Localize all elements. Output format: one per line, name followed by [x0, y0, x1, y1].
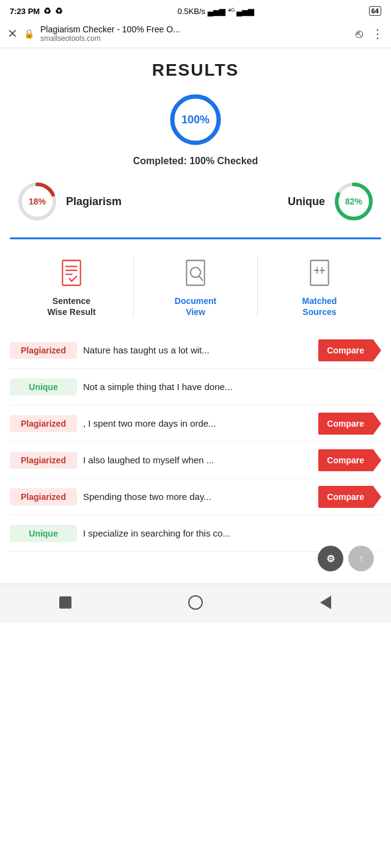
table-row: Plagiarized Spending those two more day.… — [10, 479, 381, 515]
unique-circle: 82% — [332, 180, 375, 223]
results-table: Plagiarized Nature has taught us a lot w… — [10, 332, 381, 552]
plagiarized-badge: Plagiarized — [10, 415, 77, 432]
result-text: Not a simple thing that I have done... — [83, 382, 381, 392]
table-row: Unique Not a simple thing that I have do… — [10, 369, 381, 405]
sentence-icon — [55, 256, 88, 289]
status-right: 64 — [369, 6, 381, 16]
main-content: RESULTS 100% Completed: 100% Checked 18%… — [0, 48, 391, 571]
nav-back-button[interactable] — [315, 591, 337, 613]
main-progress-container: 100% — [10, 92, 381, 147]
result-text: I specialize in searching for this co... — [83, 528, 381, 538]
document-icon — [179, 256, 212, 289]
circle-icon — [188, 595, 203, 610]
recycle-icon-1: ♻ — [43, 6, 51, 16]
compare-arrow — [373, 339, 381, 362]
url-area: Plagiarism Checker - 100% Free O... smal… — [40, 24, 349, 43]
lock-icon: 🔒 — [24, 29, 34, 38]
svg-line-12 — [199, 276, 203, 280]
view-options: SentenceWise Result DocumentView — [10, 256, 381, 317]
plagiarized-badge: Plagiarized — [10, 342, 77, 359]
compare-button-wrap[interactable]: Compare — [318, 485, 381, 508]
main-progress-value: 100% — [181, 114, 210, 126]
floating-buttons: ⚙ ↑ — [10, 546, 381, 571]
recycle-icon-2: ♻ — [55, 6, 63, 16]
status-left: 7:23 PM ♻ ♻ — [10, 6, 63, 16]
unique-label: Unique — [288, 195, 325, 208]
close-tab-icon[interactable]: ✕ — [7, 26, 18, 41]
result-text: Nature has taught us a lot wit... — [83, 345, 318, 355]
plagiarism-label: Plagiarism — [66, 195, 122, 208]
view-option-matched[interactable]: MatchedSources — [258, 256, 381, 317]
browser-bar: ✕ 🔒 Plagiarism Checker - 100% Free O... … — [0, 20, 391, 48]
plagiarism-stat: 18% Plagiarism — [16, 180, 122, 223]
scroll-up-float-button[interactable]: ↑ — [348, 546, 374, 571]
more-options-icon[interactable]: ⋮ — [371, 26, 384, 41]
table-row: Plagiarized I also laughed to myself whe… — [10, 442, 381, 479]
compare-button-wrap[interactable]: Compare — [318, 412, 381, 435]
plagiarized-badge: Plagiarized — [10, 452, 77, 469]
results-title: RESULTS — [10, 60, 381, 80]
plagiarism-circle: 18% — [16, 180, 59, 223]
settings-float-button[interactable]: ⚙ — [318, 546, 343, 571]
unique-stat: Unique 82% — [288, 180, 375, 223]
table-row: Plagiarized , I spent two more days in o… — [10, 405, 381, 442]
compare-button[interactable]: Compare — [318, 486, 373, 508]
bottom-nav — [0, 584, 391, 623]
page-domain: smallseotools.com — [40, 34, 349, 43]
unique-badge: Unique — [10, 378, 77, 396]
square-icon — [59, 596, 71, 609]
compare-button[interactable]: Compare — [318, 449, 373, 471]
status-bar: 7:23 PM ♻ ♻ 0.5KB/s ▄▅▆ ⁴ᴳ ▄▅▆ 64 — [0, 0, 391, 20]
sentence-view-label: SentenceWise Result — [47, 295, 95, 317]
plagiarized-badge: Plagiarized — [10, 488, 77, 505]
browser-actions: ⎋ ⋮ — [356, 26, 384, 41]
signal-icons: ▄▅▆ ⁴ᴳ ▄▅▆ — [208, 7, 255, 16]
compare-arrow — [373, 485, 381, 508]
result-text: I also laughed to myself when ... — [83, 455, 318, 465]
network-speed: 0.5KB/s — [178, 7, 206, 16]
nav-home-button[interactable] — [185, 591, 206, 613]
result-text: Spending those two more day... — [83, 491, 318, 502]
matched-icon — [303, 256, 336, 289]
compare-button[interactable]: Compare — [318, 413, 373, 435]
completed-text: Completed: 100% Checked — [10, 156, 381, 167]
svg-rect-13 — [310, 261, 328, 286]
document-view-label: DocumentView — [175, 295, 216, 317]
blue-divider — [10, 237, 381, 239]
view-option-document[interactable]: DocumentView — [134, 256, 258, 317]
stats-row: 18% Plagiarism Unique 82% — [10, 180, 381, 223]
battery-indicator: 64 — [369, 6, 381, 16]
back-icon — [320, 596, 331, 609]
status-center: 0.5KB/s ▄▅▆ ⁴ᴳ ▄▅▆ — [178, 7, 255, 16]
table-row: Plagiarized Nature has taught us a lot w… — [10, 332, 381, 369]
main-progress-circle: 100% — [168, 92, 223, 147]
plagiarism-value: 18% — [29, 197, 46, 206]
unique-value: 82% — [345, 197, 362, 206]
compare-button-wrap[interactable]: Compare — [318, 339, 381, 362]
compare-button[interactable]: Compare — [318, 339, 373, 361]
share-icon[interactable]: ⎋ — [356, 27, 363, 41]
compare-arrow — [373, 449, 381, 472]
page-title: Plagiarism Checker - 100% Free O... — [40, 24, 349, 34]
nav-square-button[interactable] — [54, 591, 76, 613]
view-option-sentence[interactable]: SentenceWise Result — [10, 256, 134, 317]
compare-button-wrap[interactable]: Compare — [318, 449, 381, 472]
compare-arrow — [373, 412, 381, 435]
unique-badge: Unique — [10, 525, 77, 542]
result-text: , I spent two more days in orde... — [83, 418, 318, 429]
svg-rect-10 — [186, 261, 204, 286]
status-time: 7:23 PM — [10, 7, 40, 16]
matched-view-label: MatchedSources — [302, 295, 337, 317]
